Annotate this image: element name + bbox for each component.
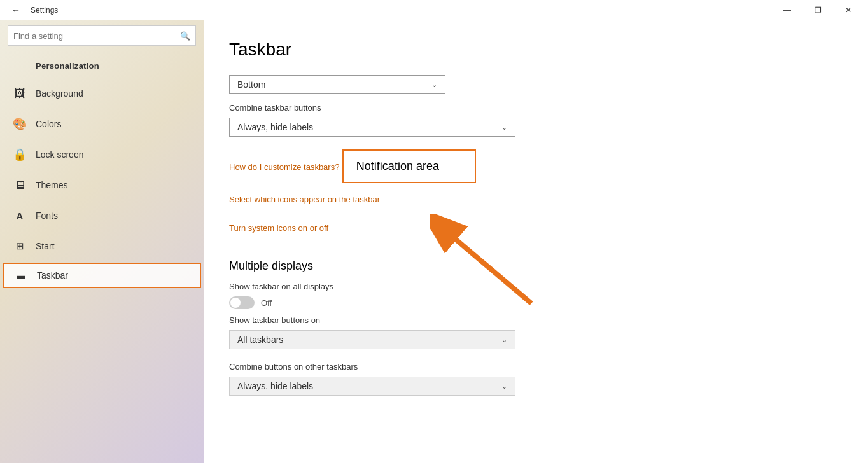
dropdown-arrow-icon: ⌄	[431, 81, 437, 89]
sidebar-item-label: Start	[36, 241, 55, 251]
show-buttons-label: Show taskbar buttons on	[229, 315, 843, 325]
background-icon: 🖼	[13, 87, 27, 100]
combine-label: Combine taskbar buttons	[229, 103, 843, 113]
content-area: Taskbar Bottom ⌄ Combine taskbar buttons…	[204, 20, 868, 463]
customize-taskbars-link[interactable]: How do I customize taskbars?	[229, 162, 339, 172]
sidebar-item-background[interactable]: 🖼 Background	[0, 78, 204, 109]
sidebar-item-label: Fonts	[36, 211, 58, 221]
taskbar-position-value: Bottom	[237, 79, 265, 90]
show-all-toggle[interactable]	[229, 296, 255, 309]
back-button[interactable]: ←	[8, 3, 24, 18]
fonts-icon: A	[13, 211, 27, 221]
taskbar-position-dropdown[interactable]: Bottom ⌄	[229, 75, 445, 94]
sidebar-item-start[interactable]: ⊞ Start	[0, 231, 204, 261]
combine-dropdown[interactable]: Always, hide labels ⌄	[229, 118, 515, 137]
multiple-displays-title: Multiple displays	[229, 259, 843, 273]
colors-icon: 🎨	[13, 117, 27, 131]
window-title: Settings	[31, 6, 58, 15]
select-icons-link[interactable]: Select which icons appear on the taskbar	[229, 195, 380, 204]
dropdown-arrow-icon4: ⌄	[501, 382, 507, 390]
search-box[interactable]: 🔍	[8, 25, 196, 46]
dropdown-arrow-icon3: ⌄	[501, 336, 507, 344]
taskbar-icon: ▬	[14, 270, 28, 280]
combine-other-dropdown[interactable]: Always, hide labels ⌄	[229, 377, 515, 396]
sidebar-item-label: Themes	[36, 180, 68, 190]
search-icon: 🔍	[180, 31, 190, 41]
combine-value: Always, hide labels	[237, 122, 313, 132]
show-buttons-value: All taskbars	[237, 335, 283, 345]
close-button[interactable]: ✕	[834, 0, 863, 20]
combine-other-value: Always, hide labels	[237, 381, 313, 391]
sidebar: 🔍 Personalization 🖼 Background 🎨 Colors …	[0, 20, 204, 463]
maximize-button[interactable]: ❐	[803, 0, 832, 20]
sidebar-section-title: Personalization	[0, 51, 204, 78]
sidebar-item-themes[interactable]: 🖥 Themes	[0, 170, 204, 200]
notification-area-title: Notification area	[356, 160, 462, 173]
minimize-button[interactable]: —	[773, 0, 802, 20]
sidebar-item-taskbar[interactable]: ▬ Taskbar	[4, 264, 200, 287]
sidebar-item-lock-screen[interactable]: 🔒 Lock screen	[0, 139, 204, 170]
sidebar-item-label: Lock screen	[36, 149, 83, 160]
sidebar-item-label: Background	[36, 88, 83, 99]
search-input[interactable]	[13, 31, 180, 41]
themes-icon: 🖥	[13, 179, 27, 192]
show-all-label: Show taskbar on all displays	[229, 282, 843, 291]
start-icon: ⊞	[13, 240, 27, 252]
toggle-off-label: Off	[261, 298, 272, 308]
system-icons-link[interactable]: Turn system icons on or off	[229, 223, 328, 233]
sidebar-item-fonts[interactable]: A Fonts	[0, 200, 204, 231]
sidebar-item-label: Taskbar	[37, 270, 68, 280]
page-title: Taskbar	[229, 39, 843, 60]
dropdown-arrow-icon2: ⌄	[501, 123, 507, 132]
sidebar-item-colors[interactable]: 🎨 Colors	[0, 109, 204, 139]
combine-other-label: Combine buttons on other taskbars	[229, 362, 843, 371]
show-buttons-dropdown[interactable]: All taskbars ⌄	[229, 330, 515, 349]
lock-icon: 🔒	[13, 148, 27, 162]
sidebar-item-label: Colors	[36, 119, 61, 129]
